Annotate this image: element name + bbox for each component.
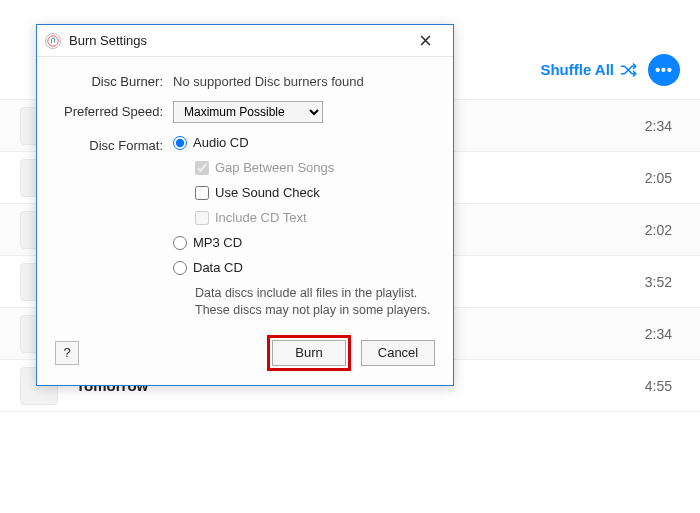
itunes-icon: [45, 33, 61, 49]
gap-between-songs-label: Gap Between Songs: [215, 160, 334, 175]
track-duration: 2:05: [645, 170, 680, 186]
data-cd-radio[interactable]: [173, 261, 187, 275]
disc-burner-value: No supported Disc burners found: [173, 71, 435, 89]
include-cd-text-label: Include CD Text: [215, 210, 307, 225]
cancel-button[interactable]: Cancel: [361, 340, 435, 366]
shuffle-all-label: Shuffle All: [540, 61, 614, 78]
dialog-title: Burn Settings: [69, 33, 405, 48]
disc-burner-label: Disc Burner:: [55, 71, 173, 89]
track-duration: 2:34: [645, 118, 680, 134]
mp3-cd-radio[interactable]: [173, 236, 187, 250]
shuffle-icon: [620, 63, 638, 77]
use-sound-check-label: Use Sound Check: [215, 185, 320, 200]
disc-format-label: Disc Format:: [55, 135, 173, 153]
data-cd-note: Data discs include all files in the play…: [195, 285, 435, 319]
track-duration: 2:02: [645, 222, 680, 238]
close-icon: [420, 35, 431, 46]
help-button[interactable]: ?: [55, 341, 79, 365]
preferred-speed-select[interactable]: Maximum Possible: [173, 101, 323, 123]
burn-highlight: Burn: [267, 335, 351, 371]
audio-cd-radio[interactable]: [173, 136, 187, 150]
shuffle-all-button[interactable]: Shuffle All: [540, 61, 638, 78]
close-button[interactable]: [405, 27, 445, 55]
titlebar: Burn Settings: [37, 25, 453, 57]
audio-cd-label: Audio CD: [193, 135, 249, 150]
mp3-cd-label: MP3 CD: [193, 235, 242, 250]
burn-button[interactable]: Burn: [272, 340, 346, 366]
ellipsis-icon: •••: [655, 62, 673, 78]
more-button[interactable]: •••: [648, 54, 680, 86]
track-duration: 4:55: [645, 378, 680, 394]
use-sound-check-checkbox[interactable]: [195, 186, 209, 200]
include-cd-text-checkbox: [195, 211, 209, 225]
preferred-speed-label: Preferred Speed:: [55, 101, 173, 119]
data-cd-label: Data CD: [193, 260, 243, 275]
dialog-button-row: ? Burn Cancel: [55, 335, 435, 371]
gap-between-songs-checkbox: [195, 161, 209, 175]
track-duration: 2:34: [645, 326, 680, 342]
dialog-body: Disc Burner: No supported Disc burners f…: [37, 57, 453, 385]
burn-settings-dialog: Burn Settings Disc Burner: No supported …: [36, 24, 454, 386]
track-duration: 3:52: [645, 274, 680, 290]
svg-point-0: [48, 35, 59, 46]
